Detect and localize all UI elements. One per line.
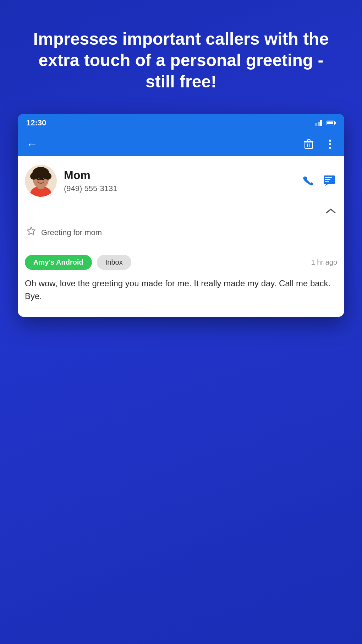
status-time: 12:30 <box>26 118 46 128</box>
svg-rect-30 <box>325 179 330 180</box>
svg-marker-32 <box>324 184 328 186</box>
battery-icon <box>327 120 336 126</box>
message-body: Oh wow, love the greeting you made for m… <box>25 277 337 303</box>
star-outline-icon <box>26 226 36 236</box>
delete-button[interactable] <box>302 137 316 151</box>
svg-rect-29 <box>325 177 332 178</box>
svg-marker-0 <box>315 123 317 126</box>
contact-row: Mom (949) 555-3131 <box>25 165 337 202</box>
inbox-tag: Inbox <box>97 255 131 270</box>
avatar-image <box>25 165 57 197</box>
status-icons <box>315 120 336 126</box>
svg-rect-4 <box>327 121 333 124</box>
phone-mockup: 12:30 ← <box>18 114 344 317</box>
svg-rect-31 <box>325 181 329 182</box>
contact-name: Mom <box>64 169 293 182</box>
message-icon <box>323 175 335 186</box>
chevron-up-icon <box>326 208 336 214</box>
greeting-row: Greeting for mom <box>25 221 337 246</box>
signal-icon <box>315 120 323 126</box>
svg-marker-1 <box>318 122 320 126</box>
svg-rect-6 <box>305 142 313 148</box>
message-button[interactable] <box>322 173 337 189</box>
message-section: Amy's Android Inbox 1 hr ago Oh wow, lov… <box>18 246 344 317</box>
trash-icon <box>304 139 313 149</box>
collapse-button[interactable] <box>326 205 336 217</box>
svg-rect-5 <box>335 122 336 124</box>
svg-marker-2 <box>320 120 322 126</box>
status-bar: 12:30 <box>18 114 344 132</box>
contact-action-icons <box>300 173 337 189</box>
chevron-row <box>25 202 337 221</box>
hero-heading: Impresses important callers with the ext… <box>0 0 362 114</box>
avatar <box>25 165 57 197</box>
time-ago: 1 hr ago <box>311 258 337 266</box>
contact-section: Mom (949) 555-3131 <box>18 156 344 246</box>
svg-rect-7 <box>307 144 308 147</box>
app-bar-actions <box>302 137 337 151</box>
greeting-label: Greeting for mom <box>41 228 102 237</box>
app-bar: ← <box>18 132 344 156</box>
svg-point-25 <box>42 178 44 180</box>
message-meta: Amy's Android Inbox 1 hr ago <box>25 255 337 270</box>
more-button[interactable] <box>323 137 337 151</box>
svg-point-11 <box>329 140 331 142</box>
back-button[interactable]: ← <box>25 137 39 151</box>
svg-rect-10 <box>307 140 310 141</box>
contact-phone: (949) 555-3131 <box>64 184 293 193</box>
phone-icon <box>302 175 314 186</box>
svg-point-27 <box>44 178 44 179</box>
more-icon <box>329 139 331 149</box>
contact-info: Mom (949) 555-3131 <box>64 169 293 193</box>
svg-point-26 <box>39 178 39 179</box>
star-icon <box>26 226 36 239</box>
call-button[interactable] <box>300 173 316 189</box>
svg-rect-8 <box>309 144 310 147</box>
svg-point-13 <box>329 147 331 149</box>
svg-point-24 <box>37 178 39 180</box>
svg-point-12 <box>329 143 331 145</box>
sender-tag: Amy's Android <box>25 255 92 270</box>
svg-point-23 <box>38 168 44 174</box>
